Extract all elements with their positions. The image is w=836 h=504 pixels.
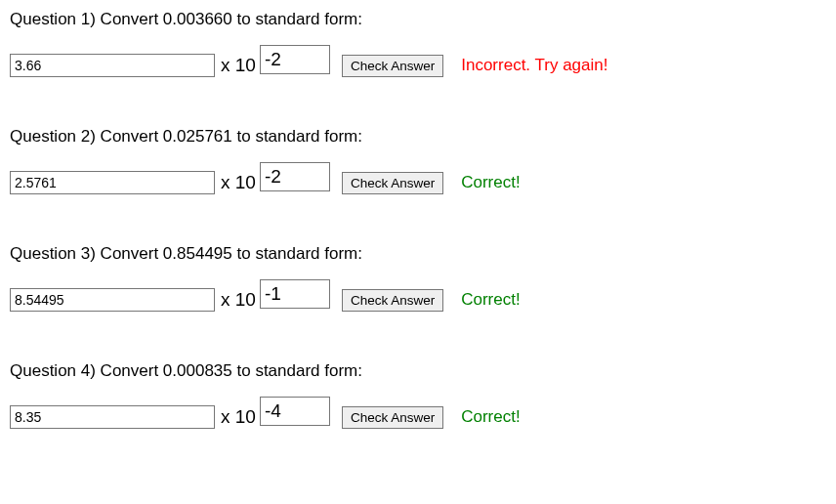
mantissa-input[interactable] [10,54,215,77]
answer-row: x 10Check AnswerIncorrect. Try again! [10,51,826,80]
times-ten-label: x 10 [221,406,256,428]
times-ten-label: x 10 [221,289,256,311]
question-prompt: Question 1) Convert 0.003660 to standard… [10,10,826,29]
check-answer-button[interactable]: Check Answer [342,406,443,429]
exponent-input[interactable] [260,279,330,309]
times-ten-label: x 10 [221,172,256,193]
exponent-input[interactable] [260,162,330,191]
feedback-text: Correct! [461,173,520,192]
answer-row: x 10Check AnswerCorrect! [10,168,826,197]
question-block-4: Question 4) Convert 0.000835 to standard… [10,361,826,432]
question-block-3: Question 3) Convert 0.854495 to standard… [10,244,826,315]
exponent-input[interactable] [260,397,330,426]
answer-row: x 10Check AnswerCorrect! [10,285,826,315]
times-ten-label: x 10 [221,55,256,76]
question-prompt: Question 2) Convert 0.025761 to standard… [10,127,826,147]
question-block-2: Question 2) Convert 0.025761 to standard… [10,127,826,197]
exponent-input[interactable] [260,45,330,74]
mantissa-input[interactable] [10,288,215,312]
questions-container: Question 1) Convert 0.003660 to standard… [10,10,826,432]
feedback-text: Correct! [461,407,520,427]
check-answer-button[interactable]: Check Answer [342,172,443,194]
check-answer-button[interactable]: Check Answer [342,289,443,312]
question-block-1: Question 1) Convert 0.003660 to standard… [10,10,826,80]
mantissa-input[interactable] [10,171,215,194]
answer-row: x 10Check AnswerCorrect! [10,402,826,432]
feedback-text: Correct! [461,290,520,310]
check-answer-button[interactable]: Check Answer [342,55,443,77]
question-prompt: Question 3) Convert 0.854495 to standard… [10,244,826,264]
question-prompt: Question 4) Convert 0.000835 to standard… [10,361,826,381]
mantissa-input[interactable] [10,405,215,429]
feedback-text: Incorrect. Try again! [461,56,607,75]
